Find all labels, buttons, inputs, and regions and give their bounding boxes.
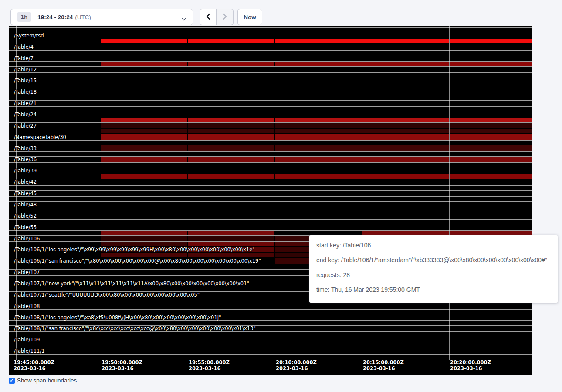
time-grid-line xyxy=(449,26,450,360)
heat-span[interactable] xyxy=(450,118,532,122)
heat-span[interactable] xyxy=(188,157,274,162)
row-label: /Table/39 xyxy=(14,168,37,173)
heat-span[interactable] xyxy=(101,39,187,44)
heat-span[interactable] xyxy=(188,39,274,44)
heat-span[interactable] xyxy=(101,157,187,162)
heat-span[interactable] xyxy=(362,174,449,179)
heat-span[interactable] xyxy=(275,123,362,128)
row-label: /Table/24 xyxy=(14,112,37,117)
heat-span[interactable] xyxy=(275,253,309,257)
heat-span[interactable] xyxy=(362,118,449,122)
span-boundary-line xyxy=(9,100,532,101)
heat-span[interactable] xyxy=(450,231,532,235)
heat-span[interactable] xyxy=(275,242,309,246)
span-boundary-line xyxy=(9,213,532,213)
footer: ✓ Show span boundaries xyxy=(9,377,77,384)
key-visualizer-canvas[interactable]: /System/tsd/Table/4/Table/7/Table/12/Tab… xyxy=(9,26,532,375)
time-range-dropdown[interactable]: 1h 19:24 - 20:24 (UTC) xyxy=(10,9,193,25)
heat-span[interactable] xyxy=(450,39,532,44)
axis-tick-label: 20:10:00.000Z 2023-03-16 xyxy=(276,359,317,372)
span-boundary-line xyxy=(9,309,532,310)
span-boundary-line xyxy=(9,201,532,202)
heat-span[interactable] xyxy=(450,157,532,162)
heat-span[interactable] xyxy=(362,157,449,162)
span-boundary-line xyxy=(9,348,532,348)
heat-span[interactable] xyxy=(275,236,309,241)
heat-span[interactable] xyxy=(275,247,309,253)
show-span-boundaries-checkbox[interactable]: ✓ xyxy=(9,378,15,384)
row-label: /Table/36 xyxy=(14,157,37,162)
heat-span[interactable] xyxy=(275,62,362,66)
heat-span[interactable] xyxy=(362,231,449,235)
span-boundary-line xyxy=(9,145,532,145)
span-boundary-line xyxy=(9,343,532,343)
heat-span[interactable] xyxy=(450,62,532,66)
heat-span[interactable] xyxy=(362,39,449,44)
row-label: /Table/106/1/"san francisco"/"\x80\x00\x… xyxy=(14,258,261,264)
heat-span[interactable] xyxy=(362,129,449,134)
heat-span[interactable] xyxy=(101,145,187,151)
heat-span[interactable] xyxy=(101,134,187,140)
heat-span[interactable] xyxy=(275,118,362,122)
heat-span[interactable] xyxy=(450,134,532,140)
row-label: /Table/7 xyxy=(14,56,34,61)
span-boundary-line xyxy=(9,129,532,129)
span-boundary-line xyxy=(9,112,532,112)
heat-span[interactable] xyxy=(101,62,187,66)
span-boundary-line xyxy=(9,95,532,95)
span-boundary-line xyxy=(9,44,532,44)
heat-span[interactable] xyxy=(188,145,274,151)
span-boundary-line xyxy=(9,55,532,55)
heat-span[interactable] xyxy=(362,123,449,128)
heat-span[interactable] xyxy=(450,129,532,134)
span-boundary-line xyxy=(9,140,532,141)
heat-span[interactable] xyxy=(275,174,362,179)
heat-span[interactable] xyxy=(275,157,362,162)
heat-span[interactable] xyxy=(450,145,532,151)
heat-span[interactable] xyxy=(188,253,274,257)
row-label: /Table/45 xyxy=(14,191,37,196)
next-range-button[interactable] xyxy=(217,9,234,25)
span-boundary-line xyxy=(9,39,532,39)
heat-span[interactable] xyxy=(362,134,449,140)
row-label: /Table/52 xyxy=(14,213,37,219)
heat-span[interactable] xyxy=(450,174,532,179)
heat-span[interactable] xyxy=(101,242,187,246)
heat-span[interactable] xyxy=(362,62,449,66)
row-label: /Table/27 xyxy=(14,123,37,128)
heat-span[interactable] xyxy=(188,242,274,246)
heat-span[interactable] xyxy=(188,62,274,66)
row-label: /Table/12 xyxy=(14,67,37,72)
heat-span[interactable] xyxy=(188,129,274,134)
span-boundary-line xyxy=(9,162,532,163)
prev-range-button[interactable] xyxy=(200,9,217,25)
heat-span[interactable] xyxy=(101,118,187,122)
heat-span[interactable] xyxy=(188,174,274,179)
heat-span[interactable] xyxy=(275,258,309,264)
heat-span[interactable] xyxy=(188,118,274,122)
heat-span[interactable] xyxy=(101,123,187,128)
row-label: /Table/106/1/"los angeles"/"\x99\x99\x99… xyxy=(14,247,255,252)
now-button[interactable]: Now xyxy=(237,9,262,25)
heat-span[interactable] xyxy=(188,236,274,241)
heat-span[interactable] xyxy=(275,145,362,151)
heat-span[interactable] xyxy=(362,145,449,151)
row-label: /Table/108/1/"san francisco"/"\x8c\xcc\x… xyxy=(14,326,256,331)
span-boundary-line xyxy=(9,61,532,62)
heat-span[interactable] xyxy=(101,236,187,241)
heat-span[interactable] xyxy=(275,39,362,44)
heat-span[interactable] xyxy=(188,134,274,140)
heat-span[interactable] xyxy=(275,134,362,140)
heat-span[interactable] xyxy=(275,129,362,134)
heat-span[interactable] xyxy=(101,253,187,257)
heat-span[interactable] xyxy=(188,123,274,128)
heat-span[interactable] xyxy=(101,231,187,235)
row-label: /NamespaceTable/30 xyxy=(14,135,66,140)
heat-span[interactable] xyxy=(101,174,187,179)
row-label: /Table/18 xyxy=(14,89,37,95)
heat-span[interactable] xyxy=(450,123,532,128)
row-label: /Table/109 xyxy=(14,337,40,342)
time-range-label: 19:24 - 20:24 xyxy=(37,14,73,20)
heat-span[interactable] xyxy=(188,231,274,235)
heat-span[interactable] xyxy=(101,129,187,134)
